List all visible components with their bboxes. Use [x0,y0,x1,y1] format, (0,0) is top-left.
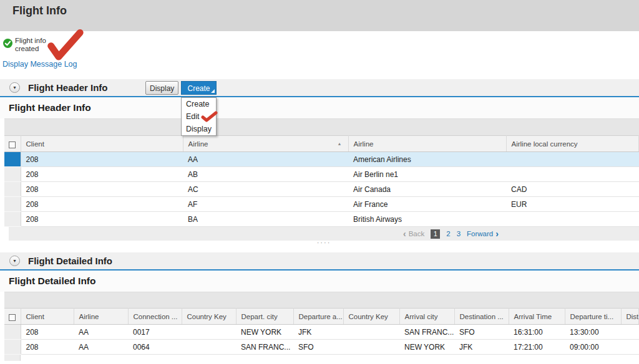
column-header-client[interactable]: Client [21,136,183,152]
collapse-toggle-icon[interactable]: ▾ [9,82,20,93]
red-annotation-check-icon [45,26,85,64]
row-selector-cell[interactable] [4,197,21,212]
column-header-country-key[interactable]: Country Key [182,309,236,325]
table-row[interactable]: 208AAAmerican Airlines [4,152,639,167]
pagination-page-3[interactable]: 3 [457,230,461,237]
cell: AF [183,197,348,212]
menu-item-edit[interactable]: Edit [182,110,216,123]
menu-item-edit-label: Edit [186,112,200,121]
row-selector-cell[interactable] [4,167,21,182]
cell: 09:00:00 [565,340,621,355]
column-header-label: Airline local currency [512,140,578,148]
pagination-forward-label: Forward [467,230,493,237]
select-all-header[interactable] [4,309,21,325]
column-header-arrival-city[interactable]: Arrival city [399,309,454,325]
column-header-label: Destination ... [460,313,504,320]
cell [506,212,639,227]
cell: 208 [21,167,183,182]
column-header-label: Airline [188,140,208,148]
cell: American Airlines [348,152,506,167]
cell [506,152,639,167]
row-selector-cell [4,355,21,361]
table-row[interactable]: 208BABritish Airways [4,212,639,227]
row-selector-cell[interactable] [4,340,21,355]
column-header-depart-city[interactable]: Depart. city [236,309,293,325]
column-header-label: Departure a... [299,313,343,320]
create-dropdown-menu: Create Edit Display [181,97,217,136]
message-area: Flight info created Display Message Log [0,31,639,79]
table-toolbar-band [4,118,639,135]
column-header-airline[interactable]: Airline [348,136,506,152]
partial-row [4,355,639,361]
cell: 13:30:00 [565,325,621,340]
cell: JFK [293,325,343,340]
flight-detailed-panel-header: ▾ Flight Detailed Info [0,252,639,271]
cell: 208 [21,182,183,197]
column-header-label: Distan [627,313,639,320]
pagination-forward[interactable]: Forward › [467,229,499,238]
create-menu-button[interactable]: Create [181,81,217,95]
cell [182,325,236,340]
column-header-airline[interactable]: Airline [74,309,128,325]
column-header-label: Connection ... [134,313,178,320]
flight-header-panel-title: Flight Header Info [28,82,108,93]
menu-item-display[interactable]: Display [182,123,216,135]
row-selector-cell[interactable] [4,182,21,197]
table-row[interactable]: 208ABAir Berlin ne1 [4,167,639,182]
table-header-row: ClientAirline▲AirlineAirline local curre… [4,136,639,152]
cell: 208 [21,212,183,227]
menu-item-create[interactable]: Create [182,98,216,110]
column-header-label: Arrival Time [514,313,552,320]
flight-detailed-table-container: ClientAirlineConnection ...Country KeyDe… [4,292,639,361]
column-header-departure-ti[interactable]: Departure ti... [565,309,621,325]
flight-detailed-section-title: Flight Detailed Info [0,271,639,292]
column-header-airline-local-currency[interactable]: Airline local currency [506,136,639,152]
cell [621,340,639,355]
table-row[interactable]: 208ACAir CanadaCAD [4,182,639,197]
forward-chevron-icon: › [495,229,499,238]
column-header-label: Departure ti... [570,313,614,320]
column-header-client[interactable]: Client [21,309,74,325]
cell: SFO [454,325,509,340]
column-header-label: Airline [354,140,374,148]
table-toolbar-band [4,292,639,308]
pagination-back[interactable]: ‹ Back [403,229,424,238]
row-selector-cell[interactable] [4,212,21,227]
create-button-label: Create [187,84,210,93]
page-header-bar: Flight Info [0,0,639,31]
cell [343,325,399,340]
column-header-label: Arrival city [405,313,438,320]
column-header-destination[interactable]: Destination ... [454,309,509,325]
collapse-toggle-icon[interactable]: ▾ [9,256,20,266]
column-header-departure-a[interactable]: Departure a... [293,309,343,325]
flight-header-panel-header: ▾ Flight Header Info Display Create [0,79,639,97]
select-all-icon [9,314,16,321]
dropdown-corner-icon [211,89,215,93]
cell: Air Berlin ne1 [348,167,506,182]
pagination-page-2[interactable]: 2 [446,230,450,237]
select-all-header[interactable] [4,136,21,152]
column-header-distan[interactable]: Distan [621,309,639,325]
column-header-country-key[interactable]: Country Key [343,309,399,325]
display-button[interactable]: Display [145,81,178,95]
column-header-connection[interactable]: Connection ... [128,309,182,325]
column-header-label: Client [26,140,44,148]
display-message-log-link[interactable]: Display Message Log [2,60,77,69]
row-selector-cell[interactable] [4,325,21,340]
cell: 208 [21,197,183,212]
table-row[interactable]: 208AA0017NEW YORKJFKSAN FRANC...SFO16:31… [4,325,639,340]
cell: Air Canada [348,182,506,197]
table-row[interactable]: 208AA0064SAN FRANC...SFONEW YORKJFK17:21… [4,340,639,355]
table-row[interactable]: 208AFAir FranceEUR [4,197,639,212]
cell: BA [183,212,348,227]
select-all-icon [9,141,16,148]
cell: NEW YORK [399,340,454,355]
table-header-row: ClientAirlineConnection ...Country KeyDe… [4,309,639,325]
back-chevron-icon: ‹ [403,229,406,238]
cell: 0064 [128,340,182,355]
column-header-arrival-time[interactable]: Arrival Time [509,309,565,325]
resize-grip-icon[interactable]: ···· [9,241,639,246]
sort-ascending-icon: ▲ [338,141,342,146]
column-header-airline[interactable]: Airline▲ [183,136,348,152]
row-selector-cell[interactable] [4,152,21,167]
